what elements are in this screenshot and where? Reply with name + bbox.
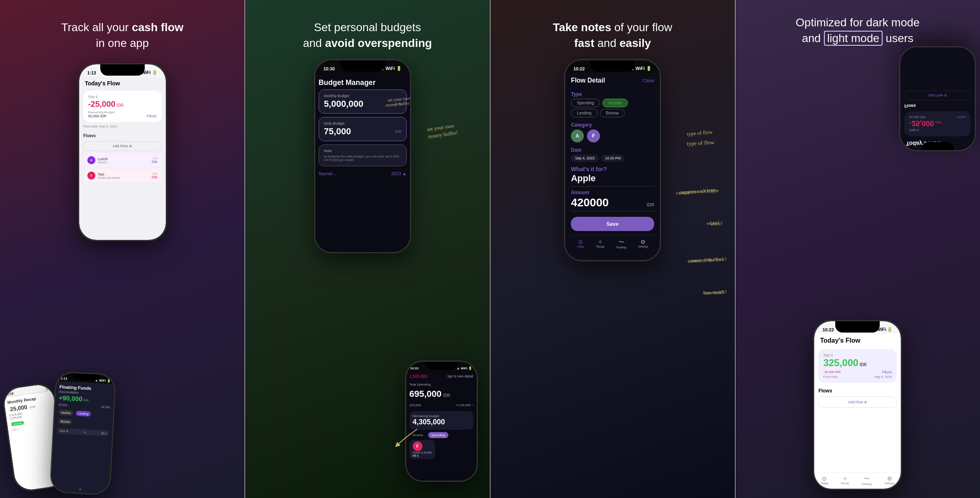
bottom-phone-light: 10:22 ▲ WiFi 🔋 Today's Flow Sep 4 325,00… bbox=[813, 320, 902, 490]
panel-4-headline: Optimized for dark mode and light mode u… bbox=[796, 15, 920, 46]
fd-whats-label: What's it for? bbox=[571, 166, 654, 172]
ltf-add-flow[interactable]: Add Flow ⊕ bbox=[818, 396, 897, 408]
ff-btn-borrow[interactable]: Borrow bbox=[58, 419, 72, 425]
tf-flow-icon-t: T bbox=[87, 172, 95, 180]
top-phone-mirrored: Today's Flow Sep 4 -25,000 IDR 50,000 ID… bbox=[899, 46, 976, 151]
bm-note-label: Note: bbox=[324, 149, 401, 153]
flow-detail-screen: Flow Detail Close Type Spending Income L… bbox=[565, 73, 660, 260]
time-2: 10:30 bbox=[323, 66, 335, 71]
fd-nav-today[interactable]: ⊙ Today bbox=[577, 239, 585, 249]
ff-unit: IDR bbox=[83, 398, 89, 403]
fd-type-row: Spending Income bbox=[571, 99, 654, 107]
mr-badge-income: Income bbox=[11, 421, 24, 426]
tf-flow-name: Lunch bbox=[98, 157, 108, 161]
floating-funds-screen: Floating Funds Accumulation +90,000 IDR … bbox=[51, 381, 114, 494]
top-tf-date: Sep 4 bbox=[909, 128, 966, 132]
rc-items: F Foods & Drinks 95 k bbox=[410, 440, 473, 459]
ltf-flowdate-val: Sep 4, 2023 bbox=[874, 375, 892, 379]
top-tf-add[interactable]: Add Flow ⊕ bbox=[904, 91, 971, 100]
time: 1:13 bbox=[87, 70, 96, 75]
ff-amount: +90,000 bbox=[59, 394, 82, 403]
fd-amount-label: Amount bbox=[571, 190, 654, 195]
tf-flow-icon-v: V bbox=[87, 156, 95, 164]
rc-tabs: Income Spending bbox=[410, 432, 473, 438]
fd-cat-a[interactable]: A bbox=[571, 129, 584, 142]
ltf-tab-floating[interactable]: 〜 Floating bbox=[862, 475, 872, 485]
top-tf-flows: Flows bbox=[900, 102, 975, 110]
mini-screen-recap: 10:33 ▲ WiFi 🔋 1,500,000 tap to see deta… bbox=[406, 362, 477, 481]
fd-close[interactable]: Close bbox=[643, 78, 654, 83]
rc-budget-amount: 4,305,000 bbox=[413, 418, 470, 426]
rc-rows: Total Spending bbox=[410, 382, 473, 387]
panel-3: Take notes of your flow fast and easily … bbox=[490, 0, 735, 498]
rc-unit: IDR bbox=[443, 393, 450, 398]
ltf-tab-settings[interactable]: ⚙ Settings bbox=[884, 475, 894, 485]
top-notch bbox=[921, 142, 954, 150]
tf-flow-date: Flow Date: Sep 4, 2023 bbox=[79, 124, 166, 129]
fd-date-chip[interactable]: Sep 4, 2023 bbox=[571, 155, 599, 162]
rc-budget-box: Remaining Budget 4,305,000 bbox=[410, 411, 473, 430]
fd-type-borrow[interactable]: Borrow bbox=[600, 109, 625, 117]
tf-section: Flows bbox=[83, 131, 162, 139]
ff-item-1: New ⊕V90 k bbox=[57, 428, 109, 437]
panel-4-phones: Today's Flow Sep 4 -25,000 IDR 50,000 ID… bbox=[735, 46, 980, 498]
panel-1-headline: Track all your cash flow in one app bbox=[61, 19, 183, 51]
bm-daily-amount: 75,000 bbox=[324, 126, 351, 137]
ltf-person: Pikolo bbox=[882, 370, 892, 374]
rc-tab-spending[interactable]: Spending bbox=[428, 432, 448, 438]
panel-1: Track all your cash flow in one app 1:13… bbox=[0, 0, 245, 498]
fd-type-income[interactable]: Income bbox=[602, 99, 628, 107]
ff-items: New ⊕V90 k bbox=[57, 427, 109, 437]
tf-flows-label: Flows bbox=[83, 133, 96, 138]
annotation-categorize-display: categorize each type bbox=[676, 187, 716, 196]
todays-flow-screen: Today's Flow Sep 4 -25,000 IDR Remaining… bbox=[79, 77, 166, 240]
top-tf-card: Sep 4 -25,000 IDR 50,000 IDR Pikolo bbox=[904, 111, 971, 136]
fd-date-row: Sep 4, 2023 10:20 PM bbox=[571, 155, 654, 162]
ff-btn-lending[interactable]: Lending bbox=[76, 411, 91, 417]
fd-type-spending[interactable]: Spending bbox=[571, 99, 600, 107]
rc-budget-label: Remaining Budget bbox=[413, 414, 470, 418]
fd-cat-f[interactable]: F bbox=[587, 129, 600, 142]
fd-divider bbox=[571, 186, 654, 186]
phone-screen-2: 10:30 ▲ WiFi 🔋 Budget Manager Monthly Bu… bbox=[315, 60, 410, 252]
tf-flow-item-taxi: T Taxi Foods and Drinks IDR -25k bbox=[83, 169, 162, 182]
mini-phone-recap-2: 10:33 ▲ WiFi 🔋 1,500,000 tap to see deta… bbox=[405, 360, 478, 482]
ltf-tab-recap[interactable]: ✧ Recap bbox=[841, 475, 849, 485]
panel-3-headline: Take notes of your flow fast and easily bbox=[553, 19, 672, 51]
phone-notch-2 bbox=[340, 60, 385, 72]
fd-type-lending[interactable]: Lending bbox=[571, 109, 598, 117]
fd-category-row: A F bbox=[571, 129, 654, 142]
rc-item-food: F Foods & Drinks 95 k bbox=[410, 440, 435, 459]
ltf-tab-today[interactable]: ⊙ Today bbox=[821, 475, 828, 485]
bm-edit-2[interactable]: Edit bbox=[395, 129, 401, 134]
recap-screen: 1,500,000 tap to see detail Total Spendi… bbox=[406, 371, 477, 481]
rc-total-label: Total Spending bbox=[410, 383, 473, 386]
tf-date: Sep 4 bbox=[88, 95, 157, 99]
fd-title: Flow Detail bbox=[571, 77, 605, 84]
fd-time-chip[interactable]: 10:20 PM bbox=[601, 155, 625, 162]
rc-item-label: Foods & Drinks bbox=[413, 451, 432, 454]
mini-time-recap: 10:33 bbox=[410, 367, 418, 370]
fd-navbar: ⊙ Today ✧ Recap 〜 Floating ⚙ bbox=[571, 235, 654, 252]
panel-2: Set personal budgets and avoid overspend… bbox=[245, 0, 490, 498]
tf-flow-item-lunch: V Lunch Vincent IDR 99k bbox=[83, 154, 162, 167]
fd-nav-settings[interactable]: ⚙ Settings bbox=[638, 239, 648, 249]
fd-nav-recap[interactable]: ✧ Recap bbox=[596, 239, 604, 249]
top-tf-unit: IDR bbox=[935, 120, 942, 124]
tf-person: Pikolo bbox=[147, 114, 157, 118]
annotation-type-of-flow: type of flow bbox=[687, 140, 715, 148]
tf-add-flow[interactable]: Add Flow ⊕ bbox=[83, 141, 162, 151]
fd-save-btn[interactable]: Save bbox=[571, 217, 654, 231]
fd-nav-floating[interactable]: 〜 Floating bbox=[616, 239, 626, 249]
rc-tab-income[interactable]: Income bbox=[410, 432, 427, 438]
mini-time-2: 1:13 bbox=[61, 377, 67, 381]
rc-highlight: 1,500,000 bbox=[410, 374, 428, 379]
ltf-unit: IDR bbox=[860, 362, 866, 367]
ff-btn-income[interactable]: Income bbox=[59, 410, 73, 416]
main-phone-3: 10:22 ▲ WiFi 🔋 Flow Detail Close Type Sp… bbox=[564, 59, 661, 261]
tf-flow-name-2: Taxi bbox=[98, 172, 120, 176]
bm-title: Budget Manager bbox=[319, 78, 407, 87]
panel-2-headline: Set personal budgets and avoid overspend… bbox=[303, 19, 432, 51]
phone-screen-1: 1:13 ▲ WiFi 🔋 Today's Flow Sep 4 -25,000… bbox=[79, 64, 166, 240]
fd-whats-val: Apple bbox=[571, 173, 654, 184]
